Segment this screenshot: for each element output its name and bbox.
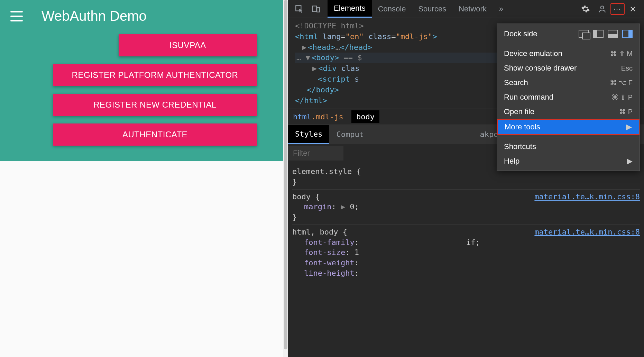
tab-console[interactable]: Console xyxy=(372,0,412,18)
close-icon[interactable] xyxy=(627,3,639,15)
menu-search[interactable]: Search⌘ ⌥ F xyxy=(497,75,640,90)
menu-run-command[interactable]: Run command⌘ ⇧ P xyxy=(497,90,640,104)
toolbar-right: ⋯ xyxy=(577,3,641,15)
dock-side-row: Dock side xyxy=(497,24,640,44)
register-platform-button[interactable]: REGISTER PLATFORM AUTHENTICATOR xyxy=(53,64,257,86)
css-block[interactable]: material.te…k.min.css:8 body { margin: ▶… xyxy=(292,190,640,225)
account-icon[interactable] xyxy=(596,3,608,15)
menu-show-console[interactable]: Show console drawerEsc xyxy=(497,61,640,75)
app-title: WebAuthn Demo xyxy=(42,8,147,24)
devtools-toolbar: Elements Console Sources Network » ⋯ xyxy=(288,0,644,18)
dock-undock-icon[interactable] xyxy=(579,30,589,38)
settings-menu[interactable]: Dock side Device emulation⌘ ⇧ M Show con… xyxy=(497,24,640,171)
svg-point-3 xyxy=(601,6,604,9)
svg-rect-2 xyxy=(317,7,320,12)
dock-left-icon[interactable] xyxy=(593,30,604,38)
menu-open-file[interactable]: Open file⌘ P xyxy=(497,104,640,119)
app-scrollbar[interactable] xyxy=(283,0,288,357)
root-layout: WebAuthn Demo ISUVPAA REGISTER PLATFORM … xyxy=(0,0,644,357)
svg-rect-1 xyxy=(312,6,316,11)
css-source-link[interactable]: material.te…k.min.css:8 xyxy=(534,192,640,202)
css-rules[interactable]: element.style { } material.te…k.min.css:… xyxy=(288,162,644,282)
inspect-icon[interactable] xyxy=(293,3,305,15)
app-body xyxy=(0,161,288,357)
tab-styles[interactable]: Styles xyxy=(288,125,329,144)
dock-side-label: Dock side xyxy=(504,29,537,38)
filter-input[interactable] xyxy=(288,146,343,161)
gear-icon[interactable] xyxy=(580,3,591,15)
dock-bottom-icon[interactable] xyxy=(608,30,618,38)
breadcrumb-html[interactable]: html xyxy=(293,112,311,121)
menu-more-tools[interactable]: More tools▶ xyxy=(497,119,640,135)
css-block[interactable]: material.te…k.min.css:8 html, body { fon… xyxy=(292,225,640,280)
devtools: Elements Console Sources Network » ⋯ xyxy=(288,0,644,357)
title-row: WebAuthn Demo xyxy=(0,3,288,31)
dock-right-icon[interactable] xyxy=(622,30,633,38)
tabs-overflow-icon[interactable]: » xyxy=(493,0,509,18)
tab-elements[interactable]: Elements xyxy=(328,0,372,18)
authenticate-button[interactable]: AUTHENTICATE xyxy=(53,123,257,146)
devtools-tabs: Elements Console Sources Network » xyxy=(328,0,509,18)
isuvpaa-button[interactable]: ISUVPAA xyxy=(119,34,257,56)
register-new-button[interactable]: REGISTER NEW CREDENTIAL xyxy=(53,94,257,116)
kebab-menu-icon[interactable]: ⋯ xyxy=(610,3,625,15)
menu-shortcuts[interactable]: Shortcuts xyxy=(497,139,640,154)
app-header: WebAuthn Demo ISUVPAA REGISTER PLATFORM … xyxy=(0,0,288,161)
menu-device-emulation[interactable]: Device emulation⌘ ⇧ M xyxy=(497,46,640,61)
hamburger-icon[interactable] xyxy=(10,11,23,21)
breadcrumb-body[interactable]: body xyxy=(351,110,379,123)
device-toggle-icon[interactable] xyxy=(310,3,322,15)
app-pane: WebAuthn Demo ISUVPAA REGISTER PLATFORM … xyxy=(0,0,288,357)
tab-network[interactable]: Network xyxy=(452,0,493,18)
tab-computed[interactable]: Comput xyxy=(329,125,370,144)
menu-help[interactable]: Help▶ xyxy=(497,154,640,168)
css-source-link[interactable]: material.te…k.min.css:8 xyxy=(534,227,640,237)
tab-sources[interactable]: Sources xyxy=(412,0,452,18)
button-column: ISUVPAA REGISTER PLATFORM AUTHENTICATOR … xyxy=(0,34,288,146)
dock-icons xyxy=(579,30,633,38)
